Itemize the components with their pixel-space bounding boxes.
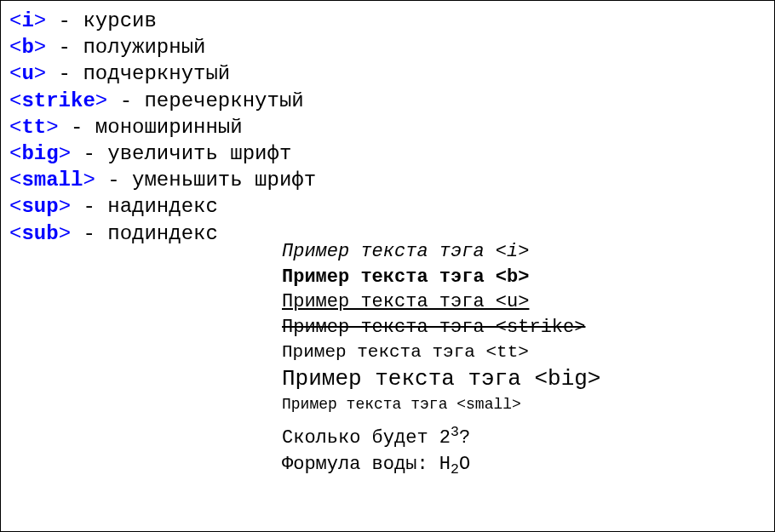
separator: - — [46, 36, 83, 59]
example-bold: Пример текста тэга <b> — [282, 265, 600, 290]
example-underline: Пример текста тэга <u> — [282, 289, 600, 315]
angle-open: < — [9, 36, 21, 59]
definition-row: <strike> - перечеркнутый — [9, 88, 766, 114]
tag-name: strike — [21, 89, 95, 112]
tag-name: u — [21, 62, 33, 85]
separator: - — [107, 89, 144, 112]
angle-close: > — [95, 89, 107, 112]
sup-prefix: Сколько будет 2 — [282, 428, 451, 449]
definition-row: <big> - увеличить шрифт — [9, 140, 766, 167]
tag-definitions-list: <i> - курсив <b> - полужирный <u> - подч… — [9, 8, 766, 247]
tag-name: b — [21, 36, 33, 59]
tag-description: перечеркнутый — [144, 89, 303, 112]
tag-name: sub — [21, 222, 58, 245]
tag-name: big — [21, 142, 58, 165]
example-big: Пример текста тэга <big> — [282, 364, 600, 394]
tag-description: моноширинный — [95, 116, 243, 139]
definition-row: <u> - подчеркнутый — [9, 60, 766, 87]
angle-open: < — [9, 89, 21, 112]
angle-close: > — [46, 116, 58, 139]
angle-open: < — [9, 116, 21, 139]
separator: - — [71, 195, 107, 218]
definition-row: <sup> - надиндекс — [9, 193, 766, 220]
angle-close: > — [59, 142, 71, 165]
sub-prefix: Формула воды: H — [282, 454, 451, 475]
angle-close: > — [34, 36, 46, 59]
example-strike: Пример текста тэга <strike> — [282, 315, 600, 340]
tag-description: курсив — [83, 9, 156, 32]
tag-description: подиндекс — [107, 222, 218, 245]
examples-block: Пример текста тэга <i> Пример текста тэг… — [282, 239, 600, 479]
sup-suffix: ? — [459, 428, 470, 449]
example-small: Пример текста тэга <small> — [282, 394, 600, 415]
tag-name: i — [21, 9, 33, 32]
example-sup: Сколько будет 23? — [282, 423, 600, 451]
angle-open: < — [9, 222, 21, 245]
tag-description: полужирный — [83, 36, 205, 59]
definition-row: <i> - курсив — [9, 8, 766, 34]
spacer — [282, 415, 600, 423]
tag-description: подчеркнутый — [83, 62, 230, 85]
sub-suffix: O — [459, 454, 470, 475]
angle-close: > — [83, 169, 95, 192]
tag-name: small — [21, 169, 83, 192]
definition-row: <b> - полужирный — [9, 34, 766, 60]
separator: - — [71, 222, 107, 245]
separator: - — [71, 142, 107, 165]
example-tt: Пример текста тэга <tt> — [282, 340, 600, 364]
sub-index: 2 — [451, 461, 459, 478]
angle-close: > — [59, 195, 71, 218]
angle-close: > — [34, 9, 46, 32]
tag-description: уменьшить шрифт — [132, 169, 316, 192]
definition-row: <tt> - моноширинный — [9, 114, 766, 140]
separator: - — [59, 116, 95, 139]
angle-open: < — [9, 169, 21, 192]
sup-exponent: 3 — [451, 424, 459, 440]
separator: - — [46, 62, 83, 85]
tag-name: tt — [21, 116, 46, 139]
example-italic: Пример текста тэга <i> — [282, 239, 600, 265]
example-sub: Формула воды: H2O — [282, 452, 600, 480]
angle-open: < — [9, 62, 21, 85]
tag-description: надиндекс — [107, 195, 218, 218]
angle-open: < — [9, 142, 21, 165]
angle-close: > — [34, 62, 46, 85]
definition-row: <small> - уменьшить шрифт — [9, 167, 766, 193]
tag-description: увеличить шрифт — [107, 142, 291, 165]
angle-open: < — [9, 195, 21, 218]
angle-close: > — [59, 222, 71, 245]
tag-name: sup — [21, 195, 58, 218]
separator: - — [46, 9, 83, 32]
angle-open: < — [9, 9, 21, 32]
separator: - — [95, 169, 132, 192]
